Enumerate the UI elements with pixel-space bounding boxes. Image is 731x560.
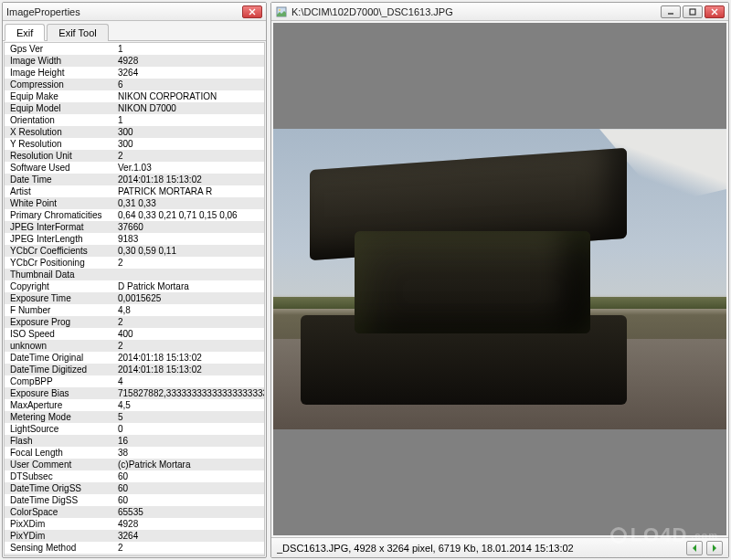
property-value: 2014:01:18 15:13:02: [114, 352, 264, 364]
property-value: 0,31 0,33: [114, 197, 264, 209]
property-row[interactable]: YCbCr Coefficients0,30 0,59 0,11: [5, 245, 264, 257]
property-value: 6: [114, 79, 264, 90]
property-value: 4: [114, 375, 264, 387]
property-row[interactable]: PixYDim3264: [5, 530, 264, 542]
property-key: MaxAperture: [5, 399, 114, 411]
property-row[interactable]: DateTime Digitized2014:01:18 15:13:02: [5, 364, 264, 375]
property-row[interactable]: Resolution Unit2: [5, 150, 264, 162]
property-row[interactable]: JPEG InterFormat37660: [5, 221, 264, 233]
property-key: CompBPP: [5, 375, 114, 387]
property-row[interactable]: Image Height3264: [5, 67, 264, 79]
property-row[interactable]: DateTime OrigSS60: [5, 482, 264, 494]
property-row[interactable]: Exposure Time0,0015625: [5, 292, 264, 304]
minimize-button[interactable]: [661, 5, 681, 18]
property-value: NIKON CORPORATION: [114, 90, 264, 102]
property-value: NIKON D7000: [114, 102, 264, 114]
properties-tabs: Exif Exif Tool: [3, 21, 266, 41]
property-key: DateTime Digitized: [5, 364, 114, 375]
property-value: 3264: [114, 530, 264, 542]
property-value: 2014:01:18 15:13:02: [114, 364, 264, 375]
image-content: [273, 129, 726, 429]
property-row[interactable]: Metering Mode5: [5, 411, 264, 423]
svg-point-1: [279, 9, 281, 11]
property-key: YCbCr Coefficients: [5, 245, 114, 257]
property-row[interactable]: Exposure Prog2: [5, 316, 264, 328]
property-key: Artist: [5, 185, 114, 197]
properties-close-button[interactable]: [242, 5, 262, 18]
tab-exif[interactable]: Exif: [5, 24, 45, 41]
property-row[interactable]: ColorSpace65535: [5, 506, 264, 518]
property-row[interactable]: X Resolution300: [5, 126, 264, 138]
property-value: 4,5: [114, 399, 264, 411]
property-value: 0,0015625: [114, 292, 264, 304]
prev-image-button[interactable]: [686, 541, 703, 555]
property-row[interactable]: unknown2: [5, 340, 264, 352]
property-row[interactable]: Equip MakeNIKON CORPORATION: [5, 90, 264, 102]
property-row[interactable]: Thumbnail Data: [5, 269, 264, 280]
property-value: 715827882,333333333333333333333: [114, 387, 264, 399]
property-row[interactable]: LightSource0: [5, 423, 264, 435]
property-row[interactable]: Image Width4928: [5, 55, 264, 67]
viewer-title: K:\DCIM\102D7000\_DSC1613.JPG: [291, 6, 661, 17]
property-key: Resolution Unit: [5, 150, 114, 162]
property-row[interactable]: Orientation1: [5, 114, 264, 126]
property-row[interactable]: F Number4,8: [5, 304, 264, 316]
property-row[interactable]: JPEG InterLength9183: [5, 233, 264, 245]
tab-exif-tool[interactable]: Exif Tool: [47, 24, 108, 41]
property-value: 60: [114, 470, 264, 482]
property-row[interactable]: PixXDim4928: [5, 518, 264, 530]
property-row[interactable]: Focal Length38: [5, 447, 264, 459]
close-button[interactable]: [705, 5, 725, 18]
property-row[interactable]: White Point0,31 0,33: [5, 197, 264, 209]
property-value: 37660: [114, 221, 264, 233]
property-row[interactable]: Sensing Method2: [5, 542, 264, 554]
property-row[interactable]: Date Time2014:01:18 15:13:02: [5, 174, 264, 185]
property-key: PixXDim: [5, 518, 114, 530]
property-row[interactable]: Primary Chromaticities0,64 0,33 0,21 0,7…: [5, 209, 264, 221]
property-value: (c)Patrick Mortara: [114, 459, 264, 470]
property-key: JPEG InterFormat: [5, 221, 114, 233]
property-row[interactable]: Gps Ver1: [5, 43, 264, 55]
next-image-button[interactable]: [706, 541, 723, 555]
property-row[interactable]: Exposure Bias715827882,33333333333333333…: [5, 387, 264, 399]
properties-titlebar[interactable]: ImageProperties: [3, 3, 266, 21]
property-row[interactable]: Compression6: [5, 79, 264, 90]
maximize-button[interactable]: [683, 5, 703, 18]
property-value: PATRICK MORTARA R: [114, 185, 264, 197]
property-value: 1: [114, 43, 264, 55]
property-key: Thumbnail Data: [5, 269, 114, 280]
property-row[interactable]: ArtistPATRICK MORTARA R: [5, 185, 264, 197]
property-key: DateTime DigSS: [5, 494, 114, 506]
property-key: Equip Model: [5, 102, 114, 114]
property-row[interactable]: CompBPP4: [5, 375, 264, 387]
property-row[interactable]: Flash16: [5, 435, 264, 447]
properties-list[interactable]: Gps Ver1Image Width4928Image Height3264C…: [4, 42, 265, 556]
property-key: Metering Mode: [5, 411, 114, 423]
property-row[interactable]: DateTime Original2014:01:18 15:13:02: [5, 352, 264, 364]
property-key: Compression: [5, 79, 114, 90]
property-row[interactable]: Equip ModelNIKON D7000: [5, 102, 264, 114]
property-row[interactable]: DateTime DigSS60: [5, 494, 264, 506]
property-row[interactable]: CopyrightD Patrick Mortara: [5, 280, 264, 292]
property-value: 16: [114, 435, 264, 447]
property-key: Exposure Time: [5, 292, 114, 304]
property-key: LightSource: [5, 423, 114, 435]
property-key: Exposure Prog: [5, 316, 114, 328]
property-value: Ver.1.03: [114, 162, 264, 174]
viewer-titlebar[interactable]: K:\DCIM\102D7000\_DSC1613.JPG: [271, 3, 728, 21]
property-row[interactable]: Software UsedVer.1.03: [5, 162, 264, 174]
property-row[interactable]: Y Resolution300: [5, 138, 264, 150]
property-row[interactable]: CustomRendered0: [5, 554, 264, 556]
image-viewer-panel: K:\DCIM\102D7000\_DSC1613.JPG _DSC1613.J…: [270, 2, 729, 558]
property-row[interactable]: MaxAperture4,5: [5, 399, 264, 411]
property-row[interactable]: ISO Speed400: [5, 328, 264, 340]
property-row[interactable]: DTSubsec60: [5, 470, 264, 482]
property-key: Flash: [5, 435, 114, 447]
properties-panel: ImageProperties Exif Exif Tool Gps Ver1I…: [2, 2, 267, 558]
property-row[interactable]: YCbCr Positioning2: [5, 257, 264, 269]
property-key: Date Time: [5, 174, 114, 185]
property-key: Orientation: [5, 114, 114, 126]
viewer-statusbar: _DSC1613.JPG, 4928 x 3264 pixel, 6719 Kb…: [271, 537, 728, 557]
image-viewport[interactable]: [273, 23, 726, 535]
property-row[interactable]: User Comment(c)Patrick Mortara: [5, 459, 264, 470]
